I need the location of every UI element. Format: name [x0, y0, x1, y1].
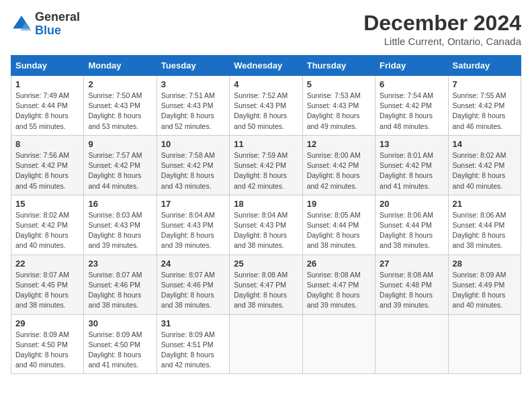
calendar-cell: 31Sunrise: 8:09 AMSunset: 4:51 PMDayligh… [157, 314, 229, 374]
calendar-cell: 25Sunrise: 8:08 AMSunset: 4:47 PMDayligh… [230, 255, 302, 314]
calendar-cell: 20Sunrise: 8:06 AMSunset: 4:44 PMDayligh… [375, 195, 448, 255]
day-number: 13 [380, 139, 443, 149]
day-info: Sunrise: 7:52 AMSunset: 4:43 PMDaylight:… [234, 91, 298, 132]
day-number: 21 [453, 199, 517, 209]
day-info: Sunrise: 8:06 AMSunset: 4:44 PMDaylight:… [380, 210, 443, 251]
calendar-header-thursday: Thursday [302, 56, 375, 76]
day-info: Sunrise: 8:09 AMSunset: 4:49 PMDaylight:… [453, 270, 517, 311]
day-info: Sunrise: 8:08 AMSunset: 4:48 PMDaylight:… [380, 270, 443, 311]
calendar-cell [230, 314, 302, 374]
day-number: 15 [15, 199, 79, 209]
calendar-cell: 6Sunrise: 7:54 AMSunset: 4:42 PMDaylight… [375, 76, 448, 136]
calendar-cell: 1Sunrise: 7:49 AMSunset: 4:44 PMDaylight… [11, 76, 84, 136]
calendar-cell: 27Sunrise: 8:08 AMSunset: 4:48 PMDayligh… [375, 255, 448, 314]
day-number: 18 [234, 199, 298, 209]
day-info: Sunrise: 8:04 AMSunset: 4:43 PMDaylight:… [161, 210, 225, 251]
day-number: 16 [88, 199, 152, 209]
day-info: Sunrise: 7:55 AMSunset: 4:42 PMDaylight:… [453, 91, 517, 132]
day-info: Sunrise: 8:09 AMSunset: 4:50 PMDaylight:… [88, 330, 152, 371]
day-info: Sunrise: 7:59 AMSunset: 4:42 PMDaylight:… [234, 150, 298, 191]
day-number: 31 [161, 318, 225, 328]
calendar-cell: 11Sunrise: 7:59 AMSunset: 4:42 PMDayligh… [230, 135, 302, 195]
day-number: 17 [161, 199, 225, 209]
calendar-header-sunday: Sunday [11, 56, 84, 76]
subtitle: Little Current, Ontario, Canada [363, 36, 521, 47]
day-number: 5 [307, 79, 371, 89]
day-info: Sunrise: 8:05 AMSunset: 4:44 PMDaylight:… [307, 210, 371, 251]
day-number: 10 [161, 139, 225, 149]
main-title: December 2024 [363, 11, 521, 36]
calendar-cell: 9Sunrise: 7:57 AMSunset: 4:42 PMDaylight… [84, 135, 157, 195]
day-number: 8 [15, 139, 79, 149]
calendar-cell: 5Sunrise: 7:53 AMSunset: 4:43 PMDaylight… [302, 76, 375, 136]
day-number: 12 [307, 139, 371, 149]
calendar-cell: 7Sunrise: 7:55 AMSunset: 4:42 PMDaylight… [448, 76, 521, 136]
day-info: Sunrise: 7:54 AMSunset: 4:42 PMDaylight:… [380, 91, 443, 132]
calendar-cell: 17Sunrise: 8:04 AMSunset: 4:43 PMDayligh… [157, 195, 229, 255]
day-number: 19 [307, 199, 371, 209]
day-number: 25 [234, 259, 298, 269]
calendar-cell: 13Sunrise: 8:01 AMSunset: 4:42 PMDayligh… [375, 135, 448, 195]
day-info: Sunrise: 8:03 AMSunset: 4:43 PMDaylight:… [88, 210, 152, 251]
day-number: 11 [234, 139, 298, 149]
calendar-cell: 19Sunrise: 8:05 AMSunset: 4:44 PMDayligh… [302, 195, 375, 255]
logo-text: General Blue [35, 11, 80, 38]
calendar-cell: 30Sunrise: 8:09 AMSunset: 4:50 PMDayligh… [84, 314, 157, 374]
calendar-header-wednesday: Wednesday [230, 56, 302, 76]
day-number: 24 [161, 259, 225, 269]
calendar-week-row: 15Sunrise: 8:02 AMSunset: 4:42 PMDayligh… [11, 195, 521, 255]
calendar-cell: 16Sunrise: 8:03 AMSunset: 4:43 PMDayligh… [84, 195, 157, 255]
day-number: 23 [88, 259, 152, 269]
day-number: 26 [307, 259, 371, 269]
calendar-header-tuesday: Tuesday [157, 56, 229, 76]
calendar-week-row: 22Sunrise: 8:07 AMSunset: 4:45 PMDayligh… [11, 255, 521, 314]
day-number: 2 [88, 79, 152, 89]
calendar-cell: 24Sunrise: 8:07 AMSunset: 4:46 PMDayligh… [157, 255, 229, 314]
day-number: 7 [453, 79, 517, 89]
calendar-header-row: SundayMondayTuesdayWednesdayThursdayFrid… [11, 56, 521, 76]
calendar-header-saturday: Saturday [448, 56, 521, 76]
calendar-cell: 18Sunrise: 8:04 AMSunset: 4:43 PMDayligh… [230, 195, 302, 255]
logo: General Blue [11, 11, 80, 38]
day-info: Sunrise: 7:58 AMSunset: 4:42 PMDaylight:… [161, 150, 225, 191]
day-number: 30 [88, 318, 152, 328]
day-info: Sunrise: 8:09 AMSunset: 4:50 PMDaylight:… [15, 330, 79, 371]
calendar-cell: 12Sunrise: 8:00 AMSunset: 4:42 PMDayligh… [302, 135, 375, 195]
calendar-header-friday: Friday [375, 56, 448, 76]
calendar-cell: 22Sunrise: 8:07 AMSunset: 4:45 PMDayligh… [11, 255, 84, 314]
day-info: Sunrise: 7:50 AMSunset: 4:43 PMDaylight:… [88, 91, 152, 132]
calendar: SundayMondayTuesdayWednesdayThursdayFrid… [11, 55, 521, 374]
day-info: Sunrise: 8:06 AMSunset: 4:44 PMDaylight:… [453, 210, 517, 251]
day-number: 29 [15, 318, 79, 328]
calendar-cell: 3Sunrise: 7:51 AMSunset: 4:43 PMDaylight… [157, 76, 229, 136]
day-info: Sunrise: 8:04 AMSunset: 4:43 PMDaylight:… [234, 210, 298, 251]
day-info: Sunrise: 8:08 AMSunset: 4:47 PMDaylight:… [234, 270, 298, 311]
day-info: Sunrise: 8:09 AMSunset: 4:51 PMDaylight:… [161, 330, 225, 371]
day-number: 22 [15, 259, 79, 269]
header: General Blue December 2024 Little Curren… [11, 11, 521, 47]
calendar-cell: 2Sunrise: 7:50 AMSunset: 4:43 PMDaylight… [84, 76, 157, 136]
day-number: 6 [380, 79, 443, 89]
day-number: 14 [453, 139, 517, 149]
day-info: Sunrise: 7:49 AMSunset: 4:44 PMDaylight:… [15, 91, 79, 132]
calendar-cell: 29Sunrise: 8:09 AMSunset: 4:50 PMDayligh… [11, 314, 84, 374]
day-info: Sunrise: 8:01 AMSunset: 4:42 PMDaylight:… [380, 150, 443, 191]
calendar-cell: 15Sunrise: 8:02 AMSunset: 4:42 PMDayligh… [11, 195, 84, 255]
day-info: Sunrise: 8:02 AMSunset: 4:42 PMDaylight:… [453, 150, 517, 191]
day-info: Sunrise: 7:57 AMSunset: 4:42 PMDaylight:… [88, 150, 152, 191]
day-number: 27 [380, 259, 443, 269]
day-info: Sunrise: 8:07 AMSunset: 4:45 PMDaylight:… [15, 270, 79, 311]
day-info: Sunrise: 8:00 AMSunset: 4:42 PMDaylight:… [307, 150, 371, 191]
calendar-week-row: 1Sunrise: 7:49 AMSunset: 4:44 PMDaylight… [11, 76, 521, 136]
calendar-cell: 14Sunrise: 8:02 AMSunset: 4:42 PMDayligh… [448, 135, 521, 195]
calendar-week-row: 8Sunrise: 7:56 AMSunset: 4:42 PMDaylight… [11, 135, 521, 195]
day-info: Sunrise: 8:02 AMSunset: 4:42 PMDaylight:… [15, 210, 79, 251]
day-number: 4 [234, 79, 298, 89]
calendar-cell [448, 314, 521, 374]
day-info: Sunrise: 8:07 AMSunset: 4:46 PMDaylight:… [161, 270, 225, 311]
logo-icon [11, 13, 32, 35]
calendar-cell: 4Sunrise: 7:52 AMSunset: 4:43 PMDaylight… [230, 76, 302, 136]
day-info: Sunrise: 7:51 AMSunset: 4:43 PMDaylight:… [161, 91, 225, 132]
day-number: 3 [161, 79, 225, 89]
calendar-cell: 8Sunrise: 7:56 AMSunset: 4:42 PMDaylight… [11, 135, 84, 195]
